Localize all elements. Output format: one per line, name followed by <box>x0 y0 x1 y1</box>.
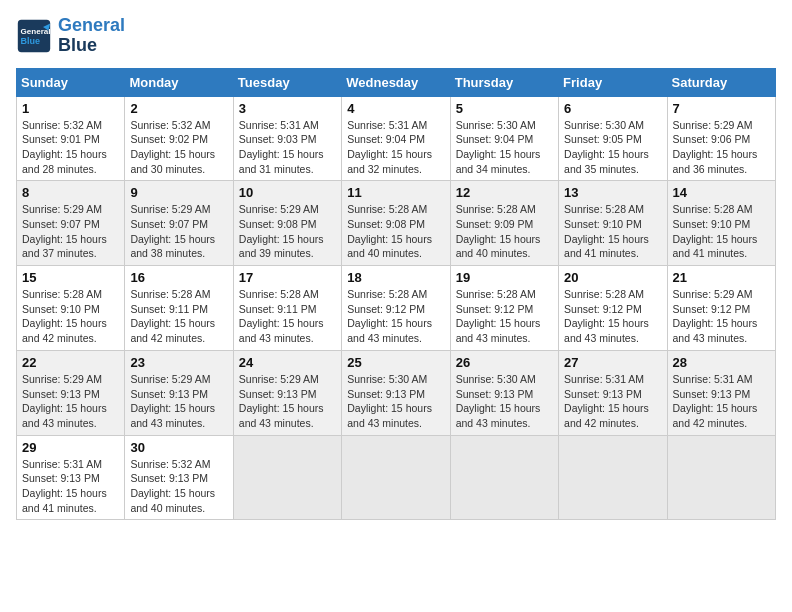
logo-text: GeneralBlue <box>58 16 125 56</box>
day-number: 1 <box>22 101 119 116</box>
day-number: 12 <box>456 185 553 200</box>
calendar-cell: 20Sunrise: 5:28 AMSunset: 9:12 PMDayligh… <box>559 266 667 351</box>
day-info: Sunrise: 5:28 AMSunset: 9:11 PMDaylight:… <box>130 287 227 346</box>
calendar-cell: 12Sunrise: 5:28 AMSunset: 9:09 PMDayligh… <box>450 181 558 266</box>
day-number: 13 <box>564 185 661 200</box>
day-info: Sunrise: 5:31 AMSunset: 9:13 PMDaylight:… <box>564 372 661 431</box>
day-info: Sunrise: 5:32 AMSunset: 9:13 PMDaylight:… <box>130 457 227 516</box>
day-info: Sunrise: 5:29 AMSunset: 9:13 PMDaylight:… <box>130 372 227 431</box>
weekday-header-tuesday: Tuesday <box>233 68 341 96</box>
calendar-header-row: SundayMondayTuesdayWednesdayThursdayFrid… <box>17 68 776 96</box>
weekday-header-monday: Monday <box>125 68 233 96</box>
calendar-cell: 17Sunrise: 5:28 AMSunset: 9:11 PMDayligh… <box>233 266 341 351</box>
day-info: Sunrise: 5:30 AMSunset: 9:04 PMDaylight:… <box>456 118 553 177</box>
calendar-cell: 23Sunrise: 5:29 AMSunset: 9:13 PMDayligh… <box>125 350 233 435</box>
calendar-cell: 28Sunrise: 5:31 AMSunset: 9:13 PMDayligh… <box>667 350 775 435</box>
calendar-week-row: 1Sunrise: 5:32 AMSunset: 9:01 PMDaylight… <box>17 96 776 181</box>
day-info: Sunrise: 5:29 AMSunset: 9:08 PMDaylight:… <box>239 202 336 261</box>
day-info: Sunrise: 5:32 AMSunset: 9:02 PMDaylight:… <box>130 118 227 177</box>
day-number: 11 <box>347 185 444 200</box>
calendar-cell <box>559 435 667 520</box>
day-info: Sunrise: 5:30 AMSunset: 9:13 PMDaylight:… <box>456 372 553 431</box>
day-info: Sunrise: 5:29 AMSunset: 9:07 PMDaylight:… <box>22 202 119 261</box>
calendar-cell: 7Sunrise: 5:29 AMSunset: 9:06 PMDaylight… <box>667 96 775 181</box>
calendar-cell: 21Sunrise: 5:29 AMSunset: 9:12 PMDayligh… <box>667 266 775 351</box>
calendar-cell: 27Sunrise: 5:31 AMSunset: 9:13 PMDayligh… <box>559 350 667 435</box>
calendar-cell: 15Sunrise: 5:28 AMSunset: 9:10 PMDayligh… <box>17 266 125 351</box>
day-number: 29 <box>22 440 119 455</box>
calendar-cell <box>667 435 775 520</box>
calendar-cell: 1Sunrise: 5:32 AMSunset: 9:01 PMDaylight… <box>17 96 125 181</box>
day-info: Sunrise: 5:28 AMSunset: 9:12 PMDaylight:… <box>564 287 661 346</box>
calendar-cell: 26Sunrise: 5:30 AMSunset: 9:13 PMDayligh… <box>450 350 558 435</box>
day-info: Sunrise: 5:30 AMSunset: 9:05 PMDaylight:… <box>564 118 661 177</box>
calendar-cell: 3Sunrise: 5:31 AMSunset: 9:03 PMDaylight… <box>233 96 341 181</box>
day-info: Sunrise: 5:28 AMSunset: 9:09 PMDaylight:… <box>456 202 553 261</box>
calendar-table: SundayMondayTuesdayWednesdayThursdayFrid… <box>16 68 776 521</box>
day-number: 16 <box>130 270 227 285</box>
day-info: Sunrise: 5:31 AMSunset: 9:13 PMDaylight:… <box>673 372 770 431</box>
calendar-cell: 16Sunrise: 5:28 AMSunset: 9:11 PMDayligh… <box>125 266 233 351</box>
weekday-header-saturday: Saturday <box>667 68 775 96</box>
day-number: 21 <box>673 270 770 285</box>
calendar-cell: 8Sunrise: 5:29 AMSunset: 9:07 PMDaylight… <box>17 181 125 266</box>
calendar-cell: 19Sunrise: 5:28 AMSunset: 9:12 PMDayligh… <box>450 266 558 351</box>
weekday-header-thursday: Thursday <box>450 68 558 96</box>
day-number: 8 <box>22 185 119 200</box>
calendar-cell: 2Sunrise: 5:32 AMSunset: 9:02 PMDaylight… <box>125 96 233 181</box>
day-info: Sunrise: 5:28 AMSunset: 9:11 PMDaylight:… <box>239 287 336 346</box>
calendar-cell: 4Sunrise: 5:31 AMSunset: 9:04 PMDaylight… <box>342 96 450 181</box>
calendar-cell: 5Sunrise: 5:30 AMSunset: 9:04 PMDaylight… <box>450 96 558 181</box>
day-info: Sunrise: 5:32 AMSunset: 9:01 PMDaylight:… <box>22 118 119 177</box>
day-number: 15 <box>22 270 119 285</box>
logo: General Blue GeneralBlue <box>16 16 125 56</box>
day-number: 3 <box>239 101 336 116</box>
svg-text:Blue: Blue <box>21 36 41 46</box>
calendar-week-row: 8Sunrise: 5:29 AMSunset: 9:07 PMDaylight… <box>17 181 776 266</box>
day-info: Sunrise: 5:29 AMSunset: 9:13 PMDaylight:… <box>22 372 119 431</box>
page-header: General Blue GeneralBlue <box>16 16 776 56</box>
day-number: 30 <box>130 440 227 455</box>
day-info: Sunrise: 5:29 AMSunset: 9:07 PMDaylight:… <box>130 202 227 261</box>
day-number: 10 <box>239 185 336 200</box>
calendar-cell: 11Sunrise: 5:28 AMSunset: 9:08 PMDayligh… <box>342 181 450 266</box>
day-info: Sunrise: 5:30 AMSunset: 9:13 PMDaylight:… <box>347 372 444 431</box>
calendar-cell: 6Sunrise: 5:30 AMSunset: 9:05 PMDaylight… <box>559 96 667 181</box>
day-number: 19 <box>456 270 553 285</box>
day-number: 23 <box>130 355 227 370</box>
weekday-header-wednesday: Wednesday <box>342 68 450 96</box>
calendar-cell <box>233 435 341 520</box>
day-info: Sunrise: 5:28 AMSunset: 9:10 PMDaylight:… <box>673 202 770 261</box>
day-info: Sunrise: 5:29 AMSunset: 9:12 PMDaylight:… <box>673 287 770 346</box>
calendar-week-row: 15Sunrise: 5:28 AMSunset: 9:10 PMDayligh… <box>17 266 776 351</box>
calendar-cell: 29Sunrise: 5:31 AMSunset: 9:13 PMDayligh… <box>17 435 125 520</box>
day-number: 7 <box>673 101 770 116</box>
day-number: 6 <box>564 101 661 116</box>
day-info: Sunrise: 5:29 AMSunset: 9:13 PMDaylight:… <box>239 372 336 431</box>
calendar-cell: 22Sunrise: 5:29 AMSunset: 9:13 PMDayligh… <box>17 350 125 435</box>
logo-icon: General Blue <box>16 18 52 54</box>
calendar-cell: 18Sunrise: 5:28 AMSunset: 9:12 PMDayligh… <box>342 266 450 351</box>
calendar-cell: 24Sunrise: 5:29 AMSunset: 9:13 PMDayligh… <box>233 350 341 435</box>
day-number: 14 <box>673 185 770 200</box>
day-info: Sunrise: 5:28 AMSunset: 9:12 PMDaylight:… <box>456 287 553 346</box>
day-number: 26 <box>456 355 553 370</box>
day-number: 27 <box>564 355 661 370</box>
day-info: Sunrise: 5:31 AMSunset: 9:03 PMDaylight:… <box>239 118 336 177</box>
day-info: Sunrise: 5:31 AMSunset: 9:13 PMDaylight:… <box>22 457 119 516</box>
day-number: 17 <box>239 270 336 285</box>
day-info: Sunrise: 5:29 AMSunset: 9:06 PMDaylight:… <box>673 118 770 177</box>
day-info: Sunrise: 5:28 AMSunset: 9:10 PMDaylight:… <box>564 202 661 261</box>
weekday-header-sunday: Sunday <box>17 68 125 96</box>
calendar-cell: 25Sunrise: 5:30 AMSunset: 9:13 PMDayligh… <box>342 350 450 435</box>
day-number: 18 <box>347 270 444 285</box>
day-number: 28 <box>673 355 770 370</box>
day-number: 22 <box>22 355 119 370</box>
calendar-week-row: 22Sunrise: 5:29 AMSunset: 9:13 PMDayligh… <box>17 350 776 435</box>
day-info: Sunrise: 5:28 AMSunset: 9:08 PMDaylight:… <box>347 202 444 261</box>
weekday-header-friday: Friday <box>559 68 667 96</box>
day-info: Sunrise: 5:28 AMSunset: 9:10 PMDaylight:… <box>22 287 119 346</box>
calendar-cell: 10Sunrise: 5:29 AMSunset: 9:08 PMDayligh… <box>233 181 341 266</box>
day-number: 20 <box>564 270 661 285</box>
calendar-cell: 30Sunrise: 5:32 AMSunset: 9:13 PMDayligh… <box>125 435 233 520</box>
